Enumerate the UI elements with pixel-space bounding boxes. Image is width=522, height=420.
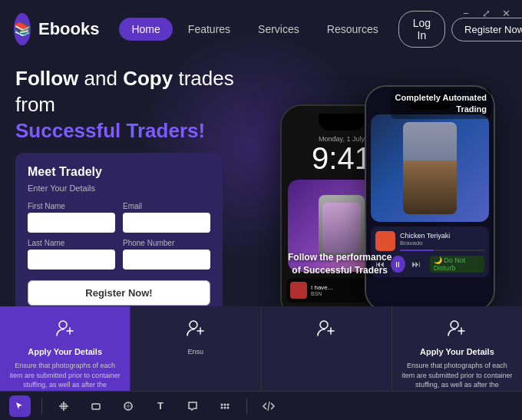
front-artist: Bravado — [400, 240, 484, 246]
toolbar-sep-2 — [246, 399, 247, 414]
svg-point-9 — [451, 321, 458, 329]
svg-line-25 — [268, 402, 269, 411]
sky-bg — [403, 122, 457, 160]
nav-home[interactable]: Home — [119, 18, 172, 41]
close-button[interactable]: ✕ — [501, 8, 511, 18]
phone-notch-back — [319, 114, 365, 131]
toolbar: T — [0, 391, 522, 420]
tool-rect[interactable] — [85, 395, 107, 417]
hero-title-and: and — [84, 67, 124, 90]
form-row-1: First Name Email — [28, 202, 210, 233]
do-not-disturb-badge: 🌙 Do Not Disturb — [430, 256, 484, 273]
svg-point-24 — [227, 406, 230, 408]
tool-cursor[interactable] — [9, 395, 31, 417]
bottom-icon-3 — [316, 317, 337, 342]
hero-right: Monday, 1 July 9:41 I have... BSN — [269, 66, 507, 319]
bottom-desc-2: Ensu — [188, 347, 204, 357]
bottom-label-4: Apply Your Details — [420, 347, 494, 356]
front-card-row: Chicken Teriyaki Bravado — [375, 231, 484, 251]
bottom-icon-2 — [185, 317, 206, 342]
svg-rect-15 — [92, 404, 100, 409]
first-name-group: First Name — [28, 202, 115, 233]
tool-text[interactable]: T — [150, 395, 171, 417]
hero-title: Follow and Copy trades from Successful T… — [15, 66, 253, 144]
form-row-2: Last Name Phone Number — [28, 239, 210, 270]
last-name-group: Last Name — [28, 239, 115, 270]
svg-point-20 — [224, 403, 226, 405]
nav-services[interactable]: Services — [246, 18, 312, 41]
svg-point-22 — [221, 406, 223, 408]
nav-features[interactable]: Features — [176, 18, 243, 41]
progress-bar-bg — [400, 250, 484, 251]
email-input[interactable] — [123, 213, 210, 233]
bottom-icon-4 — [446, 317, 467, 342]
logo-icon: 📚 — [14, 13, 31, 45]
form-subtitle: Enter Your Details — [28, 184, 210, 193]
svg-point-3 — [190, 321, 197, 329]
phone-input[interactable] — [123, 250, 210, 270]
text-tool-label: T — [157, 400, 164, 412]
bottom-card-3 — [261, 306, 392, 391]
progress-bar-fill — [400, 250, 434, 251]
bottom-card-4: Apply Your Details Ensure that photograp… — [392, 306, 522, 391]
bottom-icon-1 — [55, 317, 76, 342]
phone-front-overlay: Completely AutomatedTrading — [391, 89, 491, 119]
phone-back-overlay: Follow the performanceof Successful Trad… — [288, 251, 392, 277]
first-name-input[interactable] — [28, 213, 115, 233]
svg-point-6 — [320, 321, 328, 329]
phone-front: Chicken Teriyaki Bravado ⏮ ⏸ ⏭ 🌙 — [365, 85, 495, 312]
svg-point-0 — [59, 321, 67, 329]
phone-label: Phone Number — [123, 239, 210, 247]
hero-title-follow: Follow — [15, 67, 78, 90]
first-name-label: First Name — [28, 202, 115, 210]
bottom-card-1: Apply Your Details Ensure that photograp… — [0, 306, 130, 391]
tool-circle[interactable] — [117, 395, 139, 417]
phone-group: Phone Number — [123, 239, 210, 270]
minimize-button[interactable]: − — [461, 8, 471, 18]
tool-cross[interactable] — [53, 395, 74, 417]
phone-container: Monday, 1 July 9:41 I have... BSN — [280, 74, 495, 319]
email-label: Email — [123, 202, 210, 210]
front-info: Chicken Teriyaki Bravado — [400, 232, 484, 251]
front-thumb — [375, 231, 395, 251]
svg-point-21 — [227, 403, 230, 405]
mini-thumb — [290, 282, 307, 299]
bottom-card-2: Ensu — [130, 306, 260, 391]
last-name-label: Last Name — [28, 239, 115, 247]
login-button[interactable]: Log In — [398, 11, 445, 48]
nav-resources[interactable]: Resources — [315, 18, 391, 41]
tool-dots[interactable] — [214, 395, 236, 417]
bottom-section: Apply Your Details Ensure that photograp… — [0, 306, 522, 391]
hero-title-copy: Copy — [123, 67, 173, 90]
svg-point-23 — [224, 406, 226, 408]
register-form-button[interactable]: Register Now! — [28, 280, 210, 306]
bottom-label-1: Apply Your Details — [28, 347, 102, 356]
phone-front-person — [371, 114, 489, 222]
hero-section: Follow and Copy trades from Successful T… — [0, 58, 522, 319]
maximize-button[interactable]: ⤢ — [481, 8, 491, 18]
toolbar-sep-1 — [41, 399, 42, 414]
hero-left: Follow and Copy trades from Successful T… — [15, 66, 253, 319]
skip-forward-icon[interactable]: ⏭ — [411, 259, 421, 270]
window-controls: − ⤢ ✕ — [450, 0, 522, 26]
logo-text: Ebooks — [38, 19, 99, 39]
nav-links: Home Features Services Resources — [119, 18, 390, 41]
navbar: 📚 Ebooks Home Features Services Resource… — [0, 0, 522, 58]
phone-front-banner — [371, 114, 489, 222]
tool-speech[interactable] — [182, 395, 203, 417]
form-title: Meet Tradely — [28, 165, 210, 179]
svg-point-19 — [221, 403, 223, 405]
tool-code[interactable] — [258, 395, 279, 417]
email-group: Email — [123, 202, 210, 233]
play-pause-btn[interactable]: ⏸ — [391, 256, 405, 273]
hero-title-highlight: Successful Traders! — [15, 119, 205, 142]
last-name-input[interactable] — [28, 250, 115, 270]
front-song: Chicken Teriyaki — [400, 232, 484, 240]
